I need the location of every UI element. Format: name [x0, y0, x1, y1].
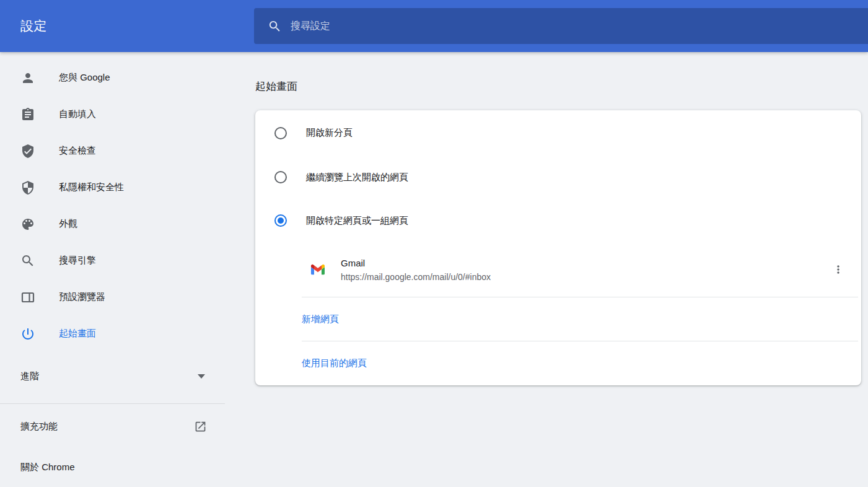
sidebar-item-privacy-security[interactable]: 私隱權和安全性 [0, 169, 225, 206]
use-current-pages-button[interactable]: 使用目前的網頁 [302, 358, 367, 369]
use-current-pages-row: 使用目前的網頁 [255, 341, 861, 385]
search-box[interactable] [254, 8, 868, 44]
sidebar-item-label: 自動填入 [59, 108, 96, 120]
sidebar-divider [0, 403, 225, 404]
power-icon [20, 327, 35, 341]
section-title: 起始畫面 [255, 79, 297, 94]
sidebar-item-label: 安全檢查 [59, 145, 96, 157]
search-input[interactable] [291, 20, 856, 32]
sidebar-item-label: 預設瀏覽器 [59, 291, 105, 303]
startup-settings-card: 開啟新分頁 繼續瀏覽上次開啟的網頁 開啟特定網頁或一組網頁 Gmail [255, 110, 861, 385]
person-icon [20, 71, 35, 86]
sidebar-item-safety-check[interactable]: 安全檢查 [0, 133, 225, 169]
advanced-label: 進階 [20, 371, 39, 382]
search-icon [20, 253, 35, 268]
sidebar-item-on-startup[interactable]: 起始畫面 [0, 315, 225, 352]
sidebar-item-label: 外觀 [59, 218, 77, 230]
chevron-down-icon [198, 374, 205, 379]
sidebar-item-label: 起始畫面 [59, 328, 96, 340]
option-label: 繼續瀏覽上次開啟的網頁 [306, 172, 408, 183]
option-label: 開啟特定網頁或一組網頁 [306, 215, 408, 227]
shield-check-icon [20, 144, 35, 159]
search-icon [268, 19, 282, 33]
shield-icon [20, 180, 35, 195]
sidebar-item-label: 擴充功能 [20, 421, 58, 432]
startup-option-specific-pages[interactable]: 開啟特定網頁或一組網頁 [255, 199, 861, 242]
radio-unselected-icon[interactable] [274, 127, 287, 139]
sidebar-item-about-chrome[interactable]: 關於 Chrome [0, 449, 225, 486]
palette-icon [20, 217, 35, 232]
page-title: 設定 [20, 0, 47, 52]
sidebar-item-search-engine[interactable]: 搜尋引擎 [0, 242, 225, 279]
browser-icon [20, 290, 35, 305]
option-label: 開啟新分頁 [306, 127, 353, 139]
more-actions-button[interactable] [828, 260, 848, 279]
main-content: 起始畫面 開啟新分頁 繼續瀏覽上次開啟的網頁 開啟特定網頁或一組網頁 [225, 52, 868, 487]
startup-option-new-tab[interactable]: 開啟新分頁 [255, 110, 861, 156]
sidebar-item-label: 搜尋引擎 [59, 255, 96, 266]
open-in-new-icon [194, 420, 207, 433]
radio-unselected-icon[interactable] [274, 171, 287, 183]
sidebar-item-you-and-google[interactable]: 您與 Google [0, 59, 225, 96]
header-bar: 設定 [0, 0, 868, 52]
sidebar-item-autofill[interactable]: 自動填入 [0, 96, 225, 133]
add-page-row: 新增網頁 [255, 297, 861, 341]
sidebar-item-label: 私隱權和安全性 [59, 182, 124, 193]
add-page-button[interactable]: 新增網頁 [302, 314, 339, 325]
clipboard-icon [20, 107, 35, 122]
sidebar-item-extensions[interactable]: 擴充功能 [0, 408, 225, 445]
gmail-icon [311, 263, 325, 276]
radio-selected-icon[interactable] [274, 214, 287, 227]
more-vert-icon [832, 263, 844, 276]
startup-page-url: https://mail.google.com/mail/u/0/#inbox [341, 272, 491, 282]
startup-page-title: Gmail [341, 258, 491, 268]
sidebar-item-appearance[interactable]: 外觀 [0, 206, 225, 242]
startup-option-continue[interactable]: 繼續瀏覽上次開啟的網頁 [255, 156, 861, 199]
sidebar: 您與 Google 自動填入 安全檢查 私隱權和安全性 外觀 搜尋引擎 預設瀏覽… [0, 52, 225, 487]
sidebar-item-label: 關於 Chrome [20, 462, 75, 473]
sidebar-advanced-toggle[interactable]: 進階 [0, 358, 225, 395]
sidebar-item-default-browser[interactable]: 預設瀏覽器 [0, 279, 225, 315]
startup-page-row: Gmail https://mail.google.com/mail/u/0/#… [255, 242, 861, 297]
sidebar-item-label: 您與 Google [59, 72, 110, 84]
